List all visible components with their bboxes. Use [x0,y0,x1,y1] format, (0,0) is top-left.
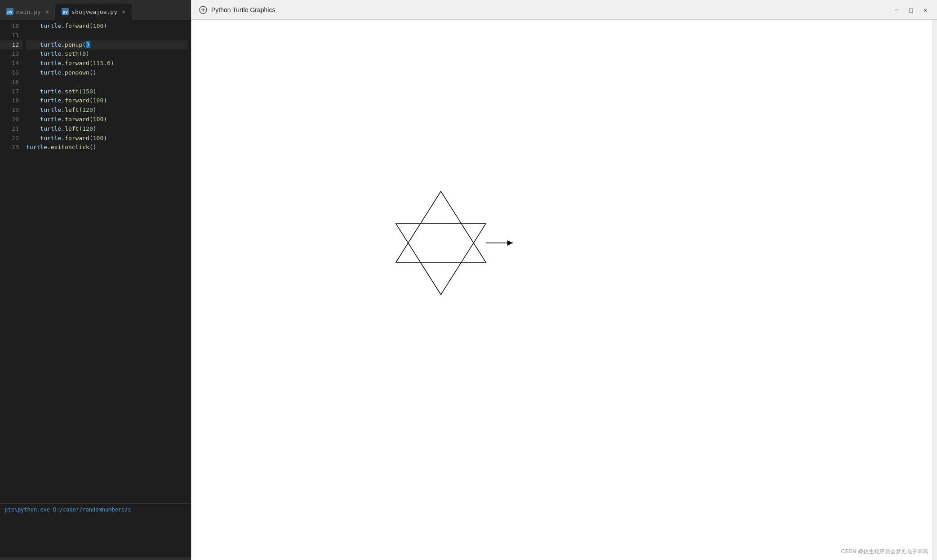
line-num: 23 [4,143,19,152]
line-num: 17 [4,87,19,97]
scrollbar-right[interactable] [933,20,937,560]
turtle-arrow [486,240,513,246]
terminal-area: pts\python.exe D:/coder/randomnumbers/s [0,503,191,557]
tab-label-shujvwajue: shujvwajue.py [71,9,117,15]
line-num: 19 [4,106,19,115]
tab-close-shujvwajue[interactable]: × [122,8,125,15]
minimize-button[interactable]: ─ [892,5,901,14]
tab-main-py[interactable]: py main.py × [0,4,55,20]
turtle-window-title: Python Turtle Graphics [211,6,888,13]
star-of-david-group [396,191,513,295]
triangle-down [396,224,486,295]
code-line-22: turtle.forward(100) [26,134,187,143]
turtle-panel: Python Turtle Graphics ─ □ ✕ [191,0,937,560]
line-num: 21 [4,124,19,134]
editor-panel: py main.py × py shujvwajue.py × 10 11 12… [0,0,191,560]
line-num: 11 [4,31,19,40]
watermark: CSDN @仿生程序员会梦见电子羊吗 [841,548,928,556]
tab-icon-main: py [6,8,13,15]
turtle-canvas: CSDN @仿生程序员会梦见电子羊吗 [191,20,937,560]
line-num: 16 [4,78,19,87]
watermark-text: CSDN @仿生程序员会梦见电子羊吗 [841,548,928,555]
line-num: 15 [4,68,19,78]
line-num: 13 [4,49,19,59]
line-num: 10 [4,22,19,31]
code-line-17: turtle.seth(150) [26,87,187,97]
editor-bottom-bar [0,557,191,560]
triangle-up [396,191,486,262]
cursor: ) [86,41,90,48]
line-num: 22 [4,134,19,143]
code-line-23: turtle.exitonclick() [26,143,187,152]
window-controls: ─ □ ✕ [892,5,930,14]
terminal-text: pts\python.exe D:/coder/randomnumbers/s [4,507,131,513]
tabs-bar: py main.py × py shujvwajue.py × [0,0,191,20]
turtle-drawing [191,20,937,560]
tab-shujvwajue-py[interactable]: py shujvwajue.py × [55,4,132,20]
code-line-21: turtle.left(120) [26,124,187,134]
line-num: 12 [0,40,22,50]
code-line-14: turtle.forward(115.6) [26,59,187,68]
code-content[interactable]: turtle.forward(100) turtle.penup() turtl… [22,20,191,503]
code-line-20: turtle.forward(100) [26,115,187,124]
code-line-19: turtle.left(120) [26,106,187,115]
turtle-icon [199,5,208,14]
line-num: 18 [4,96,19,106]
maximize-button[interactable]: □ [906,5,915,14]
line-num: 20 [4,115,19,124]
tab-label-main: main.py [16,9,41,15]
turtle-titlebar: Python Turtle Graphics ─ □ ✕ [191,0,937,20]
code-line-10: turtle.forward(100) [26,22,187,31]
code-line-11 [26,31,187,40]
svg-marker-2 [507,240,513,246]
code-line-15: turtle.pendown() [26,68,187,78]
line-num: 14 [4,59,19,68]
code-line-13: turtle.seth(0) [26,49,187,59]
code-line-12: turtle.penup() [26,40,187,50]
close-button[interactable]: ✕ [921,5,930,14]
code-line-18: turtle.forward(100) [26,96,187,106]
tab-icon-shujvwajue: py [62,8,69,15]
code-line-16 [26,78,187,87]
line-numbers: 10 11 12 13 14 15 16 17 18 19 20 21 22 2… [0,20,22,503]
code-area: 10 11 12 13 14 15 16 17 18 19 20 21 22 2… [0,20,191,503]
tab-close-main[interactable]: × [45,8,49,15]
